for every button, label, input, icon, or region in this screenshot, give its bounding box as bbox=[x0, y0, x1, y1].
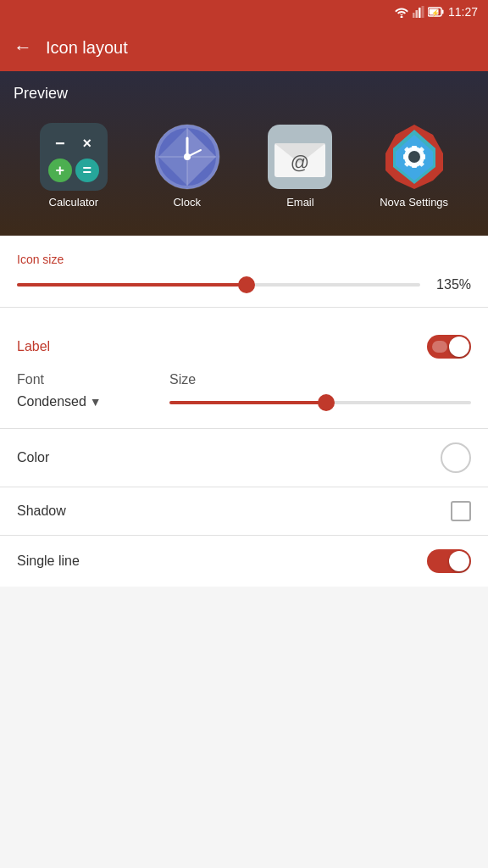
color-row: Color bbox=[0, 428, 488, 487]
preview-section: Preview − × + = Calculator bbox=[0, 71, 488, 236]
single-line-toggle[interactable] bbox=[427, 549, 471, 573]
battery-icon: ⚡ bbox=[428, 6, 445, 18]
divider-1 bbox=[0, 307, 488, 308]
email-icon: @ bbox=[266, 123, 334, 191]
nova-settings-icon bbox=[380, 123, 448, 191]
svg-rect-2 bbox=[415, 10, 418, 18]
app-label-clock: Clock bbox=[173, 196, 201, 209]
preview-icons-row: − × + = Calculator bbox=[14, 116, 474, 215]
calculator-icon: − × + = bbox=[40, 123, 108, 191]
font-dropdown[interactable]: Condensed ▼ bbox=[17, 394, 169, 409]
status-icons: ⚡ 11:27 bbox=[394, 5, 478, 19]
size-sublabel: Size bbox=[169, 372, 471, 387]
font-col: Font Condensed ▼ bbox=[17, 372, 169, 409]
calc-plus: + bbox=[48, 159, 72, 182]
signal-icon bbox=[413, 6, 424, 18]
shadow-label: Shadow bbox=[17, 504, 66, 519]
svg-text:⚡: ⚡ bbox=[431, 8, 440, 17]
color-label: Color bbox=[17, 450, 49, 465]
svg-rect-29 bbox=[421, 154, 425, 159]
wifi-icon bbox=[394, 6, 409, 18]
svg-rect-28 bbox=[403, 154, 408, 159]
toolbar-title: Icon layout bbox=[46, 38, 128, 58]
spacer-1 bbox=[17, 415, 471, 428]
icon-size-value: 135% bbox=[430, 277, 471, 292]
icon-size-section: Icon size 135% bbox=[0, 236, 488, 293]
svg-rect-1 bbox=[413, 13, 415, 18]
font-sublabel: Font bbox=[17, 372, 169, 387]
icon-size-label: Icon size bbox=[17, 253, 471, 266]
app-label-calculator: Calculator bbox=[49, 196, 99, 209]
list-item: @ Email bbox=[266, 123, 334, 209]
svg-rect-4 bbox=[421, 6, 424, 18]
size-col: Size bbox=[169, 372, 471, 411]
status-time: 11:27 bbox=[448, 5, 478, 19]
label-section: Label Font Condensed ▼ Size bbox=[0, 321, 488, 428]
label-toggle-row: Label bbox=[17, 335, 471, 359]
font-size-row: Font Condensed ▼ Size bbox=[17, 372, 471, 411]
toolbar: ← Icon layout bbox=[0, 24, 488, 71]
font-size-thumb[interactable] bbox=[318, 394, 335, 411]
svg-rect-3 bbox=[419, 8, 421, 18]
chevron-down-icon: ▼ bbox=[90, 395, 102, 409]
list-item: Nova Settings bbox=[380, 123, 448, 209]
font-size-track bbox=[169, 401, 471, 404]
icon-size-thumb[interactable] bbox=[238, 276, 255, 293]
calc-equals: = bbox=[75, 159, 99, 182]
clock-icon bbox=[153, 123, 221, 191]
svg-point-34 bbox=[410, 153, 419, 161]
list-item: − × + = Calculator bbox=[40, 123, 108, 209]
app-label-nova: Nova Settings bbox=[380, 196, 448, 209]
back-button[interactable]: ← bbox=[14, 36, 32, 58]
svg-text:@: @ bbox=[291, 152, 309, 173]
list-item: Clock bbox=[153, 123, 221, 209]
shadow-row: Shadow bbox=[0, 487, 488, 535]
svg-rect-27 bbox=[412, 164, 417, 168]
label-section-title: Label bbox=[17, 339, 50, 354]
color-picker[interactable] bbox=[441, 442, 471, 473]
svg-point-0 bbox=[400, 16, 402, 19]
shadow-checkbox[interactable] bbox=[451, 501, 471, 521]
icon-size-fill bbox=[17, 283, 247, 287]
app-label-email: Email bbox=[286, 196, 314, 209]
toggle-bg bbox=[432, 341, 447, 353]
preview-label: Preview bbox=[14, 85, 474, 103]
calc-multiply: × bbox=[75, 131, 99, 155]
svg-rect-6 bbox=[441, 10, 443, 14]
single-line-toggle-thumb bbox=[449, 551, 469, 571]
font-value: Condensed bbox=[17, 394, 86, 409]
calc-minus: − bbox=[48, 131, 72, 155]
icon-size-slider-container[interactable] bbox=[17, 276, 420, 293]
font-size-slider[interactable] bbox=[169, 394, 471, 411]
svg-rect-26 bbox=[412, 146, 417, 150]
settings-content: Icon size 135% Label Font Co bbox=[0, 236, 488, 587]
icon-size-track bbox=[17, 283, 420, 287]
label-toggle[interactable] bbox=[427, 335, 471, 359]
font-size-fill bbox=[169, 401, 326, 404]
toggle-thumb bbox=[449, 337, 469, 357]
status-bar: ⚡ 11:27 bbox=[0, 0, 488, 24]
single-line-label: Single line bbox=[17, 554, 80, 569]
icon-size-slider-row: 135% bbox=[17, 276, 471, 293]
single-line-row: Single line bbox=[0, 535, 488, 587]
